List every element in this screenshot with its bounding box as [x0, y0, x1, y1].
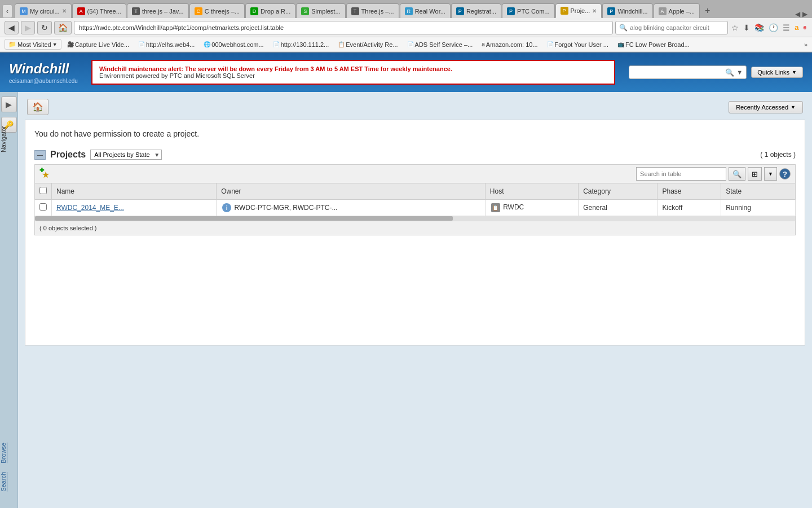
tab-scroll-left[interactable]: ◀ [795, 10, 800, 18]
tab-back-btn[interactable]: ‹ [2, 5, 12, 18]
header-search-input[interactable] [633, 69, 723, 76]
forward-button[interactable]: ▶ [21, 21, 35, 34]
tab-12[interactable]: P Windchill... [602, 3, 652, 18]
tab-10[interactable]: P PTC Com... [502, 3, 554, 18]
bookmark-130-icon: 📄 [273, 41, 280, 47]
bookmarks-more[interactable]: » [804, 41, 807, 48]
owner-text: RWDC-PTC-MGR, RWDC-PTC-... [235, 204, 338, 212]
project-name-link[interactable]: RWDC_2014_ME_E... [56, 204, 124, 212]
host-text: RWDC [503, 203, 524, 211]
quick-links-button[interactable]: Quick Links ▼ [751, 67, 803, 78]
projects-section: — Projects All Projects by State Active … [34, 150, 796, 235]
header-phase: Phase [657, 183, 721, 200]
tab-4-favicon: C [195, 7, 202, 15]
select-all-checkbox[interactable] [39, 187, 47, 194]
bookmark-event[interactable]: 📋 Event/Activity Re... [334, 40, 401, 49]
search-input[interactable] [636, 167, 726, 181]
bookmark-000web[interactable]: 🌐 000webhost.com... [200, 40, 267, 49]
tab-1-close[interactable]: ✕ [62, 8, 67, 14]
most-visited-bookmark[interactable]: 📁 Most Visited ▼ [5, 39, 61, 50]
sidebar-toggle-btn[interactable]: ▶ [1, 97, 17, 112]
header-name: Name [52, 183, 217, 200]
header-search-box: 🔍 ▼ [629, 65, 747, 79]
row-state: Running [721, 200, 796, 216]
search-label[interactable]: Search [0, 472, 18, 492]
projects-table: Name Owner Host Category Phase State [34, 183, 796, 216]
menu-btn[interactable]: ☰ [782, 22, 791, 33]
tab-13-label: Apple –... [669, 8, 695, 15]
tab-scroll-right[interactable]: ▶ [802, 10, 807, 18]
add-favorite-button[interactable]: ✚ ★ [39, 167, 53, 181]
permission-message: You do not have permission to create a p… [34, 129, 796, 138]
app-body: ▶ 🔑 Navigator Browse Search 🏠 Recently A… [0, 92, 812, 508]
tab-5[interactable]: D Drop a R... [245, 3, 295, 18]
tab-9[interactable]: P Registrat... [451, 3, 501, 18]
ebay-icon[interactable]: e [802, 23, 807, 32]
tab-11-close[interactable]: ✕ [592, 8, 597, 14]
table-scrollbar[interactable] [34, 216, 796, 221]
projects-header: — Projects All Projects by State Active … [34, 150, 796, 160]
bookmark-capture-label: Capture Live Vide... [75, 41, 129, 48]
bookmarks-bar: 📁 Most Visited ▼ 🎥 Capture Live Vide... … [0, 37, 812, 52]
bookmark-forgot[interactable]: 📄 Forgot Your User ... [544, 40, 612, 49]
tab-2-favicon: A [77, 7, 85, 15]
tab-7[interactable]: T Three.js –... [346, 3, 399, 18]
header-checkbox-col [35, 183, 52, 200]
browse-label[interactable]: Browse [0, 443, 18, 463]
collapse-button[interactable]: — [34, 150, 46, 160]
home-nav-button[interactable]: 🏠 [54, 21, 72, 34]
navigator-label: Navigator [0, 126, 18, 152]
tab-3[interactable]: T three.js – Jav... [127, 3, 189, 18]
bookmark-star[interactable]: ☆ [730, 22, 740, 33]
filter-select[interactable]: All Projects by State Active Projects In… [90, 150, 162, 160]
header-search-dropdown-icon[interactable]: ▼ [736, 69, 743, 76]
windchill-logo: Windchill eeisaman@auburnschl.edu [0, 56, 87, 89]
header-search-icon[interactable]: 🔍 [725, 68, 734, 77]
bookmark-capture[interactable]: 🎥 Capture Live Vide... [64, 40, 133, 49]
row-select-checkbox[interactable] [39, 203, 47, 211]
tab-6[interactable]: S Simplest... [296, 3, 345, 18]
home-button[interactable]: 🏠 [27, 99, 48, 115]
tab-8[interactable]: R Real Wor... [400, 3, 451, 18]
columns-arrow-button[interactable]: ▼ [764, 167, 777, 181]
logo-subtitle: eeisaman@auburnschl.edu [9, 78, 78, 84]
bookmark-000web-icon: 🌐 [204, 41, 210, 47]
reload-button[interactable]: ↻ [37, 21, 52, 34]
recently-accessed-button[interactable]: Recently Accessed ▼ [729, 101, 803, 113]
owner-info-icon[interactable]: i [222, 203, 231, 212]
amazon-icon[interactable]: a [793, 22, 800, 33]
bookmark-event-label: Event/Activity Re... [346, 41, 398, 48]
tab-4[interactable]: C C threejs –... [189, 3, 245, 18]
bookmark-ads-icon: 📄 [407, 41, 414, 47]
bookmark-130[interactable]: 📄 http://130.111.2... [270, 40, 333, 49]
alert-banner: Windchill maintenance alert: The server … [91, 60, 615, 85]
bookmark-fc-label: FC Low Power Broad... [625, 41, 690, 48]
download-btn[interactable]: ⬇ [742, 22, 751, 33]
new-tab-button[interactable]: + [700, 3, 714, 18]
history-btn[interactable]: 🕐 [767, 22, 779, 33]
tab-8-favicon: R [405, 7, 413, 15]
table-footer: ( 0 objects selected ) [34, 221, 796, 235]
bookmark-ads[interactable]: 📄 ADS Self Service –... [404, 40, 476, 49]
tab-4-label: C threejs –... [205, 8, 240, 15]
back-button[interactable]: ◀ [5, 21, 19, 34]
projects-title: Projects [50, 150, 86, 160]
bookmark-elhs[interactable]: 📄 http://elhs.web4... [135, 40, 198, 49]
search-button[interactable]: 🔍 [729, 167, 745, 181]
bookmark-elhs-label: http://elhs.web4... [146, 41, 195, 48]
columns-button[interactable]: ⊞ [748, 167, 762, 181]
bookmarks-btn[interactable]: 📚 [753, 22, 765, 33]
filter-wrapper: All Projects by State Active Projects In… [90, 150, 162, 160]
bookmark-fc[interactable]: 📺 FC Low Power Broad... [614, 40, 693, 49]
address-bar[interactable] [74, 21, 613, 34]
tab-2[interactable]: A (54) Three... [72, 3, 126, 18]
left-sidebar: ▶ 🔑 Navigator Browse Search [0, 92, 18, 508]
tab-13-favicon: A [659, 7, 667, 15]
tab-1[interactable]: M My circui... ✕ [15, 3, 72, 18]
tab-11-label: Proje... [571, 7, 590, 14]
tab-13[interactable]: A Apple –... [654, 3, 700, 18]
tab-11[interactable]: P Proje... ✕ [555, 3, 602, 18]
bookmark-amazon[interactable]: a Amazon.com: 10... [478, 40, 541, 49]
browser-search-input[interactable] [630, 24, 714, 31]
help-button[interactable]: ? [779, 168, 791, 179]
